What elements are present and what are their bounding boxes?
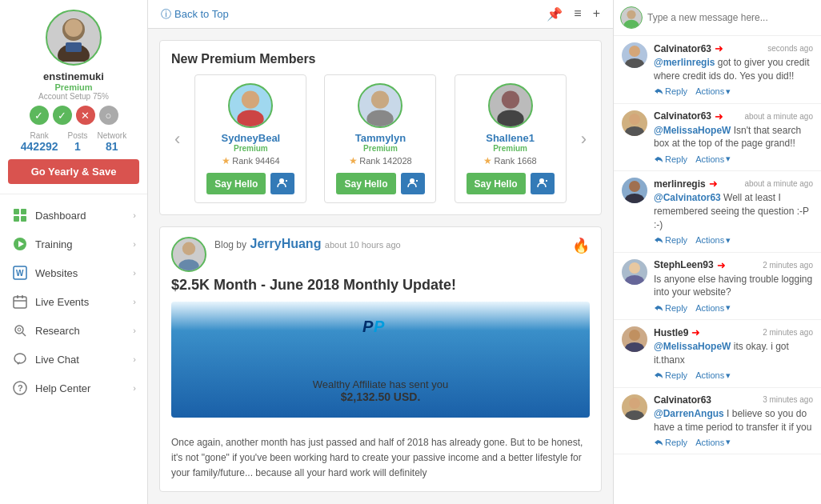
- sidebar-item-live-chat[interactable]: Live Chat ›: [0, 345, 147, 374]
- reply-button-0[interactable]: Reply: [654, 86, 687, 97]
- svg-point-52: [629, 330, 640, 341]
- chat-msg-body-5: Calvinator63 3 minutes ago @DarrenAngus …: [654, 394, 813, 448]
- slider-prev-button[interactable]: ‹: [171, 126, 183, 153]
- actions-dropdown-4[interactable]: Actions ▾: [695, 370, 731, 381]
- username: enstinemuki: [8, 70, 139, 82]
- chat-msg-body-1: Calvinator63 ➜ about a minute ago @Melis…: [654, 110, 813, 165]
- svg-point-34: [497, 110, 523, 126]
- chat-msg-user-4[interactable]: Hustle9: [654, 327, 688, 338]
- follow-button-1[interactable]: [401, 173, 425, 194]
- pin-icon[interactable]: 📌: [547, 6, 563, 22]
- blog-excerpt: Once again, another month has just passe…: [160, 426, 601, 491]
- svg-point-51: [625, 275, 644, 285]
- member-name-1: Tammylyn: [334, 132, 426, 144]
- follow-button-0[interactable]: [270, 173, 294, 194]
- follow-button-2[interactable]: [531, 173, 555, 194]
- svg-text:P: P: [374, 318, 385, 335]
- reply-button-4[interactable]: Reply: [654, 370, 687, 381]
- actions-dropdown-1[interactable]: Actions ▾: [695, 154, 731, 164]
- blog-title[interactable]: $2.5K Month - June 2018 Monthly Update!: [160, 272, 601, 302]
- sidebar-item-dashboard[interactable]: Dashboard ›: [0, 201, 147, 230]
- back-to-top-button[interactable]: ⓘ Back to Top: [161, 7, 229, 22]
- profile-area: enstinemuki Premium Account Setup 75% ✓ …: [0, 0, 147, 194]
- blog-by-label: Blog by: [214, 239, 246, 250]
- live-events-icon: [11, 294, 29, 309]
- actions-dropdown-0[interactable]: Actions ▾: [695, 86, 731, 97]
- sidebar-item-live-events[interactable]: Live Events ›: [0, 287, 147, 316]
- rank-star-icon: ★: [483, 155, 492, 166]
- reply-button-2[interactable]: Reply: [654, 235, 687, 246]
- member-rank-2: ★ Rank 1668: [465, 155, 556, 166]
- svg-point-33: [501, 90, 519, 108]
- filter-icon[interactable]: ≡: [574, 6, 581, 22]
- svg-rect-3: [66, 42, 82, 52]
- actions-dropdown-5[interactable]: Actions ▾: [695, 437, 731, 447]
- svg-rect-14: [22, 295, 23, 298]
- member-actions-0: Say Hello: [205, 173, 296, 194]
- chat-msg-user-0[interactable]: Calvinator63: [654, 43, 711, 54]
- svg-point-49: [625, 194, 644, 203]
- chat-msg-user-3[interactable]: StephLeen93: [654, 259, 714, 270]
- say-hello-button-0[interactable]: Say Hello: [206, 173, 266, 194]
- chat-message-1: Calvinator63 ➜ about a minute ago @Melis…: [614, 104, 821, 172]
- add-icon[interactable]: +: [593, 6, 600, 22]
- go-yearly-button[interactable]: Go Yearly & Save: [8, 159, 139, 184]
- premium-members-heading: New Premium Members: [171, 52, 590, 66]
- chevron-right-icon: ›: [133, 239, 136, 249]
- sidebar-item-training[interactable]: Training ›: [0, 230, 147, 258]
- chat-msg-user-1[interactable]: Calvinator63: [654, 110, 711, 122]
- sidebar-item-help-center[interactable]: ? Help Center ›: [0, 374, 147, 402]
- status-check-2: ✓: [53, 106, 72, 125]
- chat-msg-avatar-3[interactable]: [622, 259, 647, 285]
- chat-msg-avatar-5[interactable]: [622, 394, 647, 420]
- svg-point-29: [367, 110, 394, 126]
- actions-dropdown-2[interactable]: Actions ▾: [695, 235, 731, 246]
- slider-next-button[interactable]: ›: [578, 126, 590, 153]
- premium-badge: Premium: [8, 82, 139, 92]
- svg-point-28: [371, 90, 389, 108]
- blog-author-avatar: [171, 237, 206, 272]
- chat-msg-text-4: @MelissaHopeW its okay. i got it.thanx: [654, 340, 813, 367]
- sidebar-item-research[interactable]: Research ›: [0, 316, 147, 345]
- chat-msg-actions-0: Reply Actions ▾: [654, 86, 813, 97]
- chat-panel: Calvinator63 ➜ seconds ago @merlinregis …: [613, 0, 821, 504]
- chat-self-avatar: [620, 6, 643, 29]
- reply-button-1[interactable]: Reply: [654, 154, 687, 164]
- dashboard-icon: [11, 208, 29, 222]
- info-icon: ⓘ: [161, 7, 171, 22]
- actions-dropdown-3[interactable]: Actions ▾: [695, 302, 731, 313]
- chat-msg-avatar-4[interactable]: [622, 326, 647, 352]
- reply-button-3[interactable]: Reply: [654, 302, 687, 313]
- stat-posts: Posts 1: [68, 131, 88, 153]
- sidebar-item-websites[interactable]: W Websites ›: [0, 258, 147, 287]
- chat-msg-user-5[interactable]: Calvinator63: [654, 394, 711, 406]
- svg-point-45: [625, 58, 644, 68]
- member-card-2: Shallene1 Premium ★ Rank 1668 Say Hello: [455, 74, 567, 203]
- svg-point-39: [178, 259, 198, 272]
- say-hello-button-2[interactable]: Say Hello: [467, 173, 526, 194]
- reply-button-5[interactable]: Reply: [654, 437, 687, 447]
- chat-msg-user-2[interactable]: merlinregis: [654, 178, 706, 190]
- chat-msg-avatar-2[interactable]: [622, 178, 647, 203]
- chat-msg-avatar-1[interactable]: [622, 110, 647, 136]
- chat-msg-time-5: 3 minutes ago: [763, 395, 813, 404]
- chat-msg-body-3: StephLeen93 ➜ 2 minutes ago Is anyone el…: [654, 259, 813, 314]
- chat-message-3: StephLeen93 ➜ 2 minutes ago Is anyone el…: [614, 253, 821, 321]
- chat-msg-header-0: Calvinator63 ➜ seconds ago: [654, 42, 813, 54]
- chat-message-5: Calvinator63 3 minutes ago @DarrenAngus …: [614, 388, 821, 455]
- blog-author-name[interactable]: JerryHuang: [250, 237, 321, 250]
- status-icons: ✓ ✓ ✕ ○: [8, 106, 139, 125]
- top-bar: ⓘ Back to Top 📌 ≡ +: [148, 0, 613, 29]
- chevron-right-icon: ›: [133, 268, 136, 278]
- chat-msg-text-1: @MelissaHopeW Isn't that search box at t…: [654, 124, 813, 151]
- say-hello-button-1[interactable]: Say Hello: [336, 173, 395, 194]
- chat-message-input[interactable]: [647, 12, 815, 23]
- member-premium-2: Premium: [465, 144, 556, 153]
- chat-msg-actions-2: Reply Actions ▾: [654, 235, 813, 246]
- chat-msg-text-5: @DarrenAngus I believe so you do have a …: [654, 407, 813, 434]
- chat-message-4: Hustle9 ➜ 2 minutes ago @MelissaHopeW it…: [614, 320, 821, 388]
- svg-rect-13: [17, 295, 18, 298]
- svg-point-19: [14, 354, 26, 363]
- svg-point-53: [625, 342, 644, 352]
- chat-msg-avatar-0[interactable]: [622, 42, 647, 68]
